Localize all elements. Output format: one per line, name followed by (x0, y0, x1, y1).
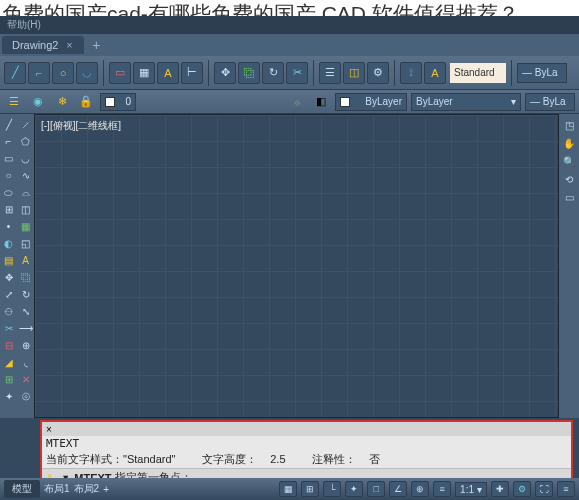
copy-icon[interactable]: ⿻ (17, 269, 34, 286)
erase-icon[interactable]: ✕ (17, 371, 34, 388)
color-combo[interactable]: ByLayer (335, 93, 407, 111)
color-label: ByLayer (365, 96, 402, 107)
polyline-tool-icon[interactable]: ⌐ (28, 62, 50, 84)
line-tool-icon[interactable]: ╱ (4, 62, 26, 84)
layer-name-label: 0 (125, 96, 131, 107)
model-tab[interactable]: 模型 (4, 480, 40, 498)
layer-mgr-icon[interactable]: ☰ (4, 93, 24, 111)
rect-tool-icon[interactable]: ▭ (109, 62, 131, 84)
dim-tool-icon[interactable]: ⊢ (181, 62, 203, 84)
xline-icon[interactable]: ⟋ (17, 116, 34, 133)
arc-icon[interactable]: ◡ (17, 150, 34, 167)
dyn-toggle[interactable]: ⊕ (411, 481, 429, 497)
region-icon[interactable]: ◱ (17, 235, 34, 252)
layout1-tab[interactable]: 布局1 (44, 482, 70, 496)
trim-icon[interactable]: ✂ (0, 320, 17, 337)
command-info: 当前文字样式："Standard" 文字高度： 2.5 注释性： 否 (42, 451, 571, 468)
text-style-combo[interactable]: Standard (450, 63, 506, 83)
array-icon[interactable]: ⊞ (0, 371, 17, 388)
line-icon[interactable]: ╱ (0, 116, 17, 133)
stretch-icon[interactable]: ⤢ (0, 286, 17, 303)
fillet-icon[interactable]: ◟ (17, 354, 34, 371)
drawing-canvas[interactable]: [-][俯视][二维线框] (34, 114, 559, 418)
block-icon[interactable]: ◫ (343, 62, 365, 84)
scale-icon[interactable]: ⤡ (17, 303, 34, 320)
customization-icon[interactable]: ≡ (557, 481, 575, 497)
layer-state-icon[interactable]: ◉ (28, 93, 48, 111)
rotate-icon[interactable]: ↻ (17, 286, 34, 303)
layer-icon[interactable]: ☰ (319, 62, 341, 84)
circle-tool-icon[interactable]: ○ (52, 62, 74, 84)
chamfer-icon[interactable]: ◢ (0, 354, 17, 371)
linetype-combo[interactable]: — ByLa (517, 63, 567, 83)
separator (313, 60, 314, 86)
text-tool-icon[interactable]: A (157, 62, 179, 84)
hatch-tool-icon[interactable]: ▦ (133, 62, 155, 84)
measure-icon[interactable]: ⟟ (400, 62, 422, 84)
ellipse-icon[interactable]: ⬭ (0, 184, 17, 201)
orbit-icon[interactable]: ⟲ (559, 170, 579, 188)
otrack-toggle[interactable]: ∠ (389, 481, 407, 497)
layer-color-combo[interactable]: 0 (100, 93, 136, 111)
move-icon[interactable]: ✥ (0, 269, 17, 286)
separator (511, 60, 512, 86)
cmd-style-value: "Standard" (123, 453, 175, 465)
trim-tool-icon[interactable]: ✂ (286, 62, 308, 84)
pline-icon[interactable]: ⌐ (0, 133, 17, 150)
polygon-icon[interactable]: ⬠ (17, 133, 34, 150)
main-area: ╱⟋ ⌐⬠ ▭◡ ○∿ ⬭⌓ ⊞◫ •▦ ◐◱ ▤A ✥⿻ ⤢↻ ⦵⤡ ✂⟶ ⊟… (0, 114, 579, 418)
doc-tab-active[interactable]: Drawing2 × (2, 36, 84, 54)
scale-combo[interactable]: 1:1 ▾ (455, 482, 487, 497)
mtext-icon[interactable]: A (17, 252, 34, 269)
rotate-tool-icon[interactable]: ↻ (262, 62, 284, 84)
ortho-toggle[interactable]: └ (323, 481, 341, 497)
hatch-icon[interactable]: ▦ (17, 218, 34, 235)
mirror-icon[interactable]: ⦵ (0, 303, 17, 320)
extend-icon[interactable]: ⟶ (17, 320, 34, 337)
close-icon[interactable]: × (66, 40, 72, 51)
block-icon[interactable]: ◫ (17, 201, 34, 218)
ellipse-arc-icon[interactable]: ⌓ (17, 184, 34, 201)
move-tool-icon[interactable]: ✥ (214, 62, 236, 84)
layer-lock-icon[interactable]: 🔒 (76, 93, 96, 111)
arc-tool-icon[interactable]: ◡ (76, 62, 98, 84)
snap-toggle[interactable]: ⊞ (301, 481, 319, 497)
add-layout-icon[interactable]: + (103, 484, 109, 495)
grid-toggle[interactable]: ▦ (279, 481, 297, 497)
layout2-tab[interactable]: 布局2 (74, 482, 100, 496)
cmd-close-icon[interactable]: × (46, 424, 52, 435)
viewport-label[interactable]: [-][俯视][二维线框] (41, 119, 121, 133)
explode-icon[interactable]: ✦ (0, 388, 17, 405)
spline-icon[interactable]: ∿ (17, 167, 34, 184)
nav-cube-icon[interactable]: ◳ (559, 116, 579, 134)
add-tab-button[interactable]: + (84, 37, 108, 53)
color-icon[interactable]: ◧ (311, 93, 331, 111)
insert-icon[interactable]: ⊞ (0, 201, 17, 218)
zoom-icon[interactable]: 🔍 (559, 152, 579, 170)
circle-icon[interactable]: ○ (0, 167, 17, 184)
layer-freeze-icon[interactable]: ❄ (52, 93, 72, 111)
annotation-icon[interactable]: ✚ (491, 481, 509, 497)
text-style-icon[interactable]: A (424, 62, 446, 84)
linetype-combo2[interactable]: — ByLa (525, 93, 575, 111)
rect-icon[interactable]: ▭ (0, 150, 17, 167)
pan-icon[interactable]: ✋ (559, 134, 579, 152)
polar-toggle[interactable]: ✦ (345, 481, 363, 497)
lwt-toggle[interactable]: ≡ (433, 481, 451, 497)
join-icon[interactable]: ⊕ (17, 337, 34, 354)
point-icon[interactable]: • (0, 218, 17, 235)
table-icon[interactable]: ▤ (0, 252, 17, 269)
break-icon[interactable]: ⊟ (0, 337, 17, 354)
props-icon[interactable]: ⚙ (367, 62, 389, 84)
osnap-toggle[interactable]: □ (367, 481, 385, 497)
gradient-icon[interactable]: ◐ (0, 235, 17, 252)
view-icon[interactable]: ▭ (559, 188, 579, 206)
maximize-icon[interactable]: ⛶ (535, 481, 553, 497)
gear-icon[interactable]: ⚙ (513, 481, 531, 497)
offset-icon[interactable]: ⦾ (17, 388, 34, 405)
menu-help[interactable]: 帮助(H) (4, 18, 44, 32)
lineweight-label: ByLayer (416, 96, 453, 107)
copy-tool-icon[interactable]: ⿻ (238, 62, 260, 84)
match-props-icon[interactable]: ⟐ (287, 93, 307, 111)
lineweight-combo[interactable]: ByLayer ▾ (411, 93, 521, 111)
